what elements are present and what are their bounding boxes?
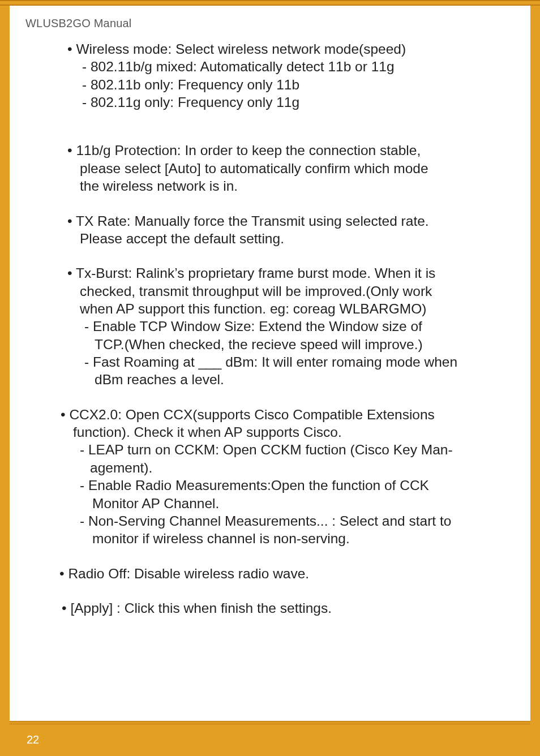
txburst-bullet-l2: checked, transmit throughput will be imp… (67, 282, 492, 300)
txburst-bullet-l3: when AP support this function. eg: corea… (67, 300, 492, 317)
wireless-mode-sub-c: - 802.11g only: Frequency only 11g (67, 93, 492, 111)
ccx-bullet-l1: • CCX2.0: Open CCX(supports Cisco Compat… (61, 406, 492, 423)
ccx-sub3-l2: monitor if wireless channel is non-servi… (67, 530, 492, 547)
ccx-sub2-l2: Monitor AP Channel. (67, 495, 492, 512)
ccx-sub2-l1: - Enable Radio Measurements:Open the fun… (67, 476, 492, 494)
ccx-sub1-l1: - LEAP turn on CCKM: Open CCKM fuction (… (67, 441, 492, 458)
wireless-mode-sub-a: - 802.11b/g mixed: Automatically detect … (67, 58, 492, 75)
txrate-bullet-l2: Please accept the default setting. (67, 230, 492, 247)
page-number: 22 (10, 724, 530, 746)
apply-bullet: • [Apply] : Click this when finish the s… (62, 599, 492, 617)
txburst-sub2-l2: dBm reaches a level. (67, 371, 492, 388)
txburst-sub1-l2: TCP.(When checked, the recieve speed wil… (67, 336, 492, 353)
wireless-mode-bullet: • Wireless mode: Select wireless network… (67, 40, 492, 58)
txburst-bullet-l1: • Tx-Burst: Ralink’s proprietary frame b… (67, 264, 492, 282)
ccx-sub1-l2: agement). (67, 459, 492, 476)
top-accent-stripe (0, 0, 540, 6)
manual-header: WLUSB2GO Manual (25, 17, 515, 30)
radio-off-bullet: • Radio Off: Disable wireless radio wave… (59, 565, 492, 582)
protection-bullet-l1: • 11b/g Protection: In order to keep the… (67, 141, 492, 159)
txburst-sub2-l1: - Fast Roaming at ___ dBm: It will enter… (67, 353, 492, 371)
protection-bullet-l3: the wireless network is in. (67, 177, 492, 195)
ccx-sub3-l1: - Non-Serving Channel Measurements... : … (67, 512, 492, 530)
txburst-sub1-l1: - Enable TCP Window Size: Extend the Win… (67, 317, 492, 335)
page-body: WLUSB2GO Manual • Wireless mode: Select … (10, 6, 530, 721)
txrate-bullet-l1: • TX Rate: Manually force the Transmit u… (67, 212, 492, 230)
protection-bullet-l2: please select [Auto] to automatically co… (67, 160, 492, 177)
content-area: • Wireless mode: Select wireless network… (25, 40, 515, 617)
ccx-bullet-l2: function). Check it when AP supports Cis… (67, 423, 492, 441)
wireless-mode-sub-b: - 802.11b only: Frequency only 11b (67, 76, 492, 93)
